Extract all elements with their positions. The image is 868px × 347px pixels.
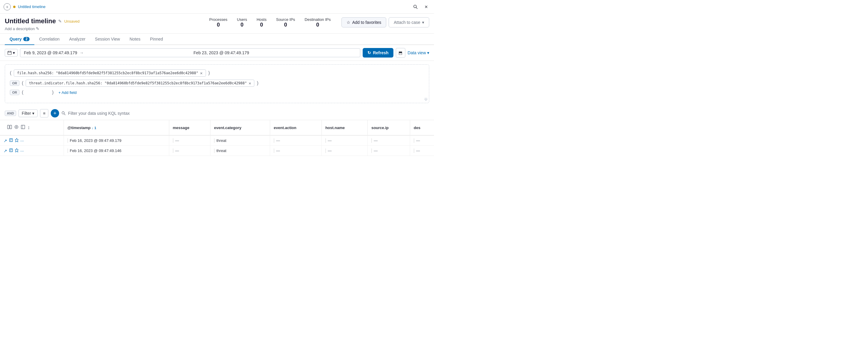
row-more-icon[interactable]: ··· (20, 138, 24, 143)
data-view-button[interactable]: Data view ▾ (408, 50, 429, 55)
col-separator (371, 148, 372, 153)
tab-session-view[interactable]: Session View (90, 34, 125, 45)
title-row: Untitled timeline ✎ Unsaved (5, 17, 198, 25)
svg-rect-14 (9, 139, 12, 142)
stat-source-ips-value: 0 (276, 22, 295, 28)
attach-to-case-button[interactable]: Attach to case ▾ (389, 17, 429, 27)
row-note-icon[interactable] (9, 148, 13, 153)
row-2-actions: ↗ ··· (0, 146, 64, 156)
col-message[interactable]: message (169, 120, 210, 135)
add-filter-button[interactable]: + (51, 109, 59, 117)
table-column-icon[interactable] (7, 125, 12, 130)
edit-description-icon: ✎ (36, 26, 39, 31)
stat-users-label: Users (237, 17, 247, 22)
query-row-3: OR ( ) + Add field (10, 90, 424, 95)
refresh-label: Refresh (373, 50, 388, 55)
stat-source-ips: Source IPs 0 (276, 17, 295, 28)
add-field-button[interactable]: + Add field (59, 90, 77, 95)
filter-options-button[interactable]: ≡ (40, 109, 49, 117)
open-paren-3: ( (22, 90, 23, 95)
and-label: AND (5, 111, 16, 116)
sort-down-icon: ↓ (92, 126, 93, 130)
remove-query-2-button[interactable]: ✕ (249, 81, 251, 85)
row-pin-icon[interactable] (15, 148, 19, 153)
remove-query-1-button[interactable]: ✕ (200, 71, 203, 75)
add-timeline-button[interactable]: + (4, 3, 11, 10)
row-pin-icon[interactable] (15, 138, 19, 143)
col-separator (214, 138, 215, 143)
events-table: ↕ @timestamp ↓ 1 message event.category … (0, 120, 434, 156)
filter-button[interactable]: Filter ▾ (19, 109, 38, 117)
col-host-name[interactable]: host.name (321, 120, 367, 135)
stats-section: Processes 0 Users 0 Hosts 0 Source IPs 0… (205, 17, 336, 28)
add-description-button[interactable]: Add a description ✎ (5, 26, 198, 31)
tab-pinned[interactable]: Pinned (145, 34, 168, 45)
open-paren-1: ( (10, 70, 11, 76)
col-source-ip[interactable]: source.ip (368, 120, 410, 135)
search-icon (61, 111, 66, 115)
svg-point-10 (15, 126, 18, 129)
row-1-message: — (169, 135, 210, 146)
calendar-icon (7, 51, 12, 55)
row-expand-icon[interactable]: ↗ (4, 148, 7, 153)
svg-rect-12 (21, 125, 25, 129)
resize-handle[interactable]: ⟱ (424, 97, 428, 102)
row-actions-2: ↗ ··· (4, 148, 60, 153)
chevron-down-icon: ▾ (13, 50, 15, 55)
col-des[interactable]: des (410, 120, 434, 135)
query-row-1: ( file.hash.sha256: "0da814960bfd5fde9e8… (10, 69, 424, 77)
col-event-action[interactable]: event.action (270, 120, 322, 135)
row-2-event-action: — (270, 146, 322, 156)
col-separator (173, 148, 174, 153)
col-separator (173, 138, 174, 143)
sort-rows-icon[interactable]: ↕ (27, 125, 30, 130)
save-button[interactable]: ⬒ (396, 48, 405, 58)
col-separator (274, 138, 274, 143)
top-bar-title[interactable]: Untitled timeline (18, 4, 411, 9)
tab-query-badge: 2 (23, 37, 30, 41)
stat-processes: Processes 0 (209, 17, 227, 28)
kql-input[interactable]: Filter your data using KQL syntax (61, 111, 429, 116)
close-button[interactable]: ✕ (422, 3, 430, 11)
tab-analyzer[interactable]: Analyzer (64, 34, 90, 45)
svg-rect-8 (7, 125, 9, 129)
attach-label: Attach to case (394, 20, 420, 25)
tabs-row: Query 2 Correlation Analyzer Session Vie… (0, 34, 434, 45)
query-pill-1[interactable]: file.hash.sha256: "0da814960bfd5fde9e82f… (14, 69, 206, 77)
kql-placeholder: Filter your data using KQL syntax (68, 111, 129, 116)
timeline-title: Untitled timeline (5, 17, 56, 25)
row-note-icon[interactable] (9, 138, 13, 143)
add-to-favorites-button[interactable]: ☆ Add to favorites (341, 17, 386, 27)
table-settings-icon[interactable] (14, 125, 19, 130)
attach-chevron-icon: ▾ (422, 20, 424, 25)
table-expand-icon[interactable] (21, 125, 25, 130)
row-2-des: — (410, 146, 434, 156)
col-event-category[interactable]: event.category (211, 120, 270, 135)
save-icon: ⬒ (399, 50, 402, 55)
stat-processes-label: Processes (209, 17, 227, 22)
table-controls-icons: ↕ (4, 123, 60, 133)
stat-source-ips-label: Source IPs (276, 17, 295, 22)
stat-hosts-label: Hosts (257, 17, 267, 22)
tab-notes[interactable]: Notes (125, 34, 145, 45)
stat-hosts: Hosts 0 (257, 17, 267, 28)
query-pill-2[interactable]: threat.indicator.file.hash.sha256: "0da8… (26, 79, 254, 87)
add-description-label: Add a description (5, 27, 35, 31)
col-timestamp[interactable]: @timestamp ↓ 1 (64, 120, 169, 135)
refresh-icon: ↻ (367, 50, 371, 55)
row-1-host-name: — (321, 135, 367, 146)
star-icon: ☆ (346, 20, 350, 25)
stat-users: Users 0 (237, 17, 247, 28)
date-picker[interactable]: Feb 9, 2023 @ 09:47:49.179 → Feb 23, 202… (20, 48, 360, 57)
row-more-icon[interactable]: ··· (20, 148, 24, 153)
favorites-label: Add to favorites (352, 20, 381, 25)
tab-correlation[interactable]: Correlation (34, 34, 64, 45)
refresh-button[interactable]: ↻ Refresh (363, 48, 393, 58)
row-expand-icon[interactable]: ↗ (4, 138, 7, 143)
tab-session-view-label: Session View (95, 37, 120, 41)
tab-query[interactable]: Query 2 (5, 34, 34, 45)
edit-title-icon[interactable]: ✎ (58, 19, 62, 24)
search-button[interactable] (411, 3, 420, 11)
calendar-button[interactable]: ▾ (5, 49, 18, 57)
col-separator (214, 148, 215, 153)
